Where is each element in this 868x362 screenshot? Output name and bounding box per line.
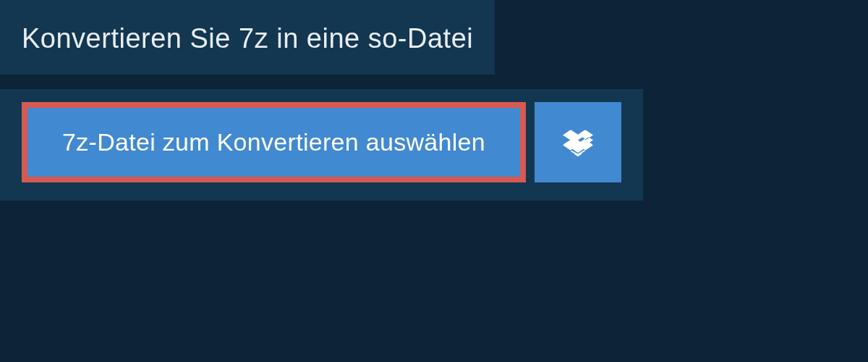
dropbox-icon <box>563 127 593 158</box>
dropbox-button[interactable] <box>535 102 621 182</box>
page-title: Konvertieren Sie 7z in eine so-Datei <box>22 23 473 54</box>
select-file-label: 7z-Datei zum Konvertieren auswählen <box>62 128 485 156</box>
select-file-button[interactable]: 7z-Datei zum Konvertieren auswählen <box>22 102 526 182</box>
header-panel: Konvertieren Sie 7z in eine so-Datei <box>0 0 495 75</box>
button-panel: 7z-Datei zum Konvertieren auswählen <box>0 89 643 201</box>
